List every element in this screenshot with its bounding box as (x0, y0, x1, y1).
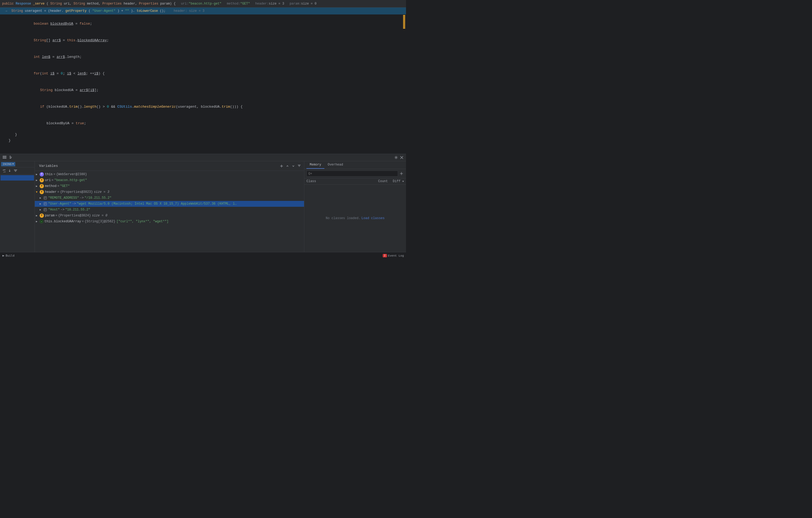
tree-view-button[interactable] (9, 155, 14, 160)
step-filter-button[interactable] (13, 168, 18, 173)
code-line: blockedByUA = true; (0, 115, 406, 132)
overhead-tab[interactable]: Overhead (324, 161, 346, 169)
callstack-item[interactable] (1, 175, 34, 181)
expand-arrow-icon: ▶ (39, 208, 44, 211)
step-controls (0, 167, 34, 174)
expand-arrow-icon: ▶ (36, 173, 39, 176)
variables-header-label: Variables (37, 162, 60, 169)
svg-point-6 (396, 157, 397, 158)
event-log-button[interactable]: 2 Event Log (383, 254, 404, 257)
var-blocked-ua-array[interactable]: ▶ ∞ this.blockedUAArray = {String[3]@256… (35, 219, 304, 224)
current-line-code: String useragent = (header. getProperty … (11, 9, 166, 13)
scrollbar-mark (403, 28, 405, 29)
expand-arrow-icon: ▶ (39, 202, 44, 206)
var-this[interactable]: ▶ f this = {WebServer@2380} (35, 171, 304, 177)
col-count-header: Count (372, 180, 388, 183)
step-over-button[interactable] (1, 168, 6, 173)
list-view-button[interactable] (2, 155, 7, 160)
memory-search-settings-button[interactable] (399, 171, 404, 176)
scrollbar-mark (403, 20, 405, 21)
debug-panel: INING ▼ (0, 154, 406, 252)
col-diff-header: Diff ▼ (388, 180, 404, 183)
variables-toolbar: Variables (35, 161, 304, 171)
memory-tab[interactable]: Memory (307, 161, 324, 169)
code-line: } (0, 132, 406, 138)
memory-tabs: Memory Overhead (304, 161, 406, 169)
add-watch-button[interactable] (279, 163, 284, 169)
debug-left-toolbar: INING ▼ (0, 161, 35, 252)
svg-rect-5 (10, 158, 11, 159)
svg-rect-16 (44, 202, 47, 205)
code-line: if (blockedUA.trim().length() > 0 && CSU… (0, 99, 406, 115)
var-header[interactable]: ▼ f header = {Properties@3023} size = 3 (35, 189, 304, 195)
step-into-button[interactable] (7, 168, 12, 173)
current-line-bar: → String useragent = (header. getPropert… (0, 7, 406, 15)
code-line: String[] arr$ = this.blockedUAArray; (0, 32, 406, 49)
scrollbar-mark (403, 17, 405, 18)
var-param[interactable]: ▶ f param = {Properties@3024} size = 0 (35, 213, 304, 219)
scrollbar-mark (403, 21, 405, 22)
expand-arrow-icon: ▶ (36, 185, 39, 188)
line-var-icon (44, 208, 47, 212)
var-method[interactable]: ▶ f method = "GET" (35, 183, 304, 189)
var-uri[interactable]: ▶ f uri = "beacon.http-get" (35, 177, 304, 183)
scrollbar-mark (403, 27, 405, 28)
scrollbar-track[interactable] (402, 15, 406, 154)
loop-icon: ∞ (39, 220, 44, 223)
memory-panel: Memory Overhead Class Count (304, 161, 406, 252)
var-type-icon: f (39, 184, 44, 188)
line-var-icon (44, 202, 47, 206)
code-line: } (0, 138, 406, 143)
var-host[interactable]: ▶ "Host" -> "10.211.55.2" (35, 207, 304, 213)
var-type-icon: f (39, 172, 44, 176)
debug-info-bar: public Response _serve ( String uri, Str… (0, 0, 406, 7)
memory-empty-state: No classes loaded. Load classes (304, 185, 406, 252)
error-count-badge: 2 (383, 254, 387, 257)
code-line: boolean allowedByUA = true; (0, 149, 406, 154)
var-user-agent[interactable]: ▶ "User-Agent" -> "wget Mozilla/5.0 (Mac… (35, 201, 304, 207)
svg-point-22 (401, 173, 402, 174)
svg-rect-3 (10, 156, 11, 157)
memory-search-input[interactable] (307, 171, 398, 176)
build-button[interactable]: Build (2, 254, 14, 257)
debug-panel-content: INING ▼ (0, 161, 406, 252)
scrollbar-mark (403, 18, 405, 19)
code-content[interactable]: boolean blockedByUA = false; String[] ar… (0, 15, 406, 154)
filter-button[interactable] (296, 163, 302, 169)
scrollbar-mark (403, 15, 405, 16)
up-arrow-button[interactable] (285, 163, 290, 169)
dropdown-arrow-icon: ▼ (12, 163, 13, 166)
variables-panel[interactable]: Variables (35, 161, 304, 252)
editor-area: public Response _serve ( String uri, Str… (0, 0, 406, 154)
debug-panel-header (0, 154, 406, 161)
close-panel-button[interactable] (400, 155, 404, 160)
variable-tree: ▶ f this = {WebServer@2380} ▶ f uri = "b… (35, 171, 304, 225)
col-class-header: Class (307, 180, 372, 183)
code-line (0, 143, 406, 149)
expand-arrow-icon: ▶ (39, 196, 44, 199)
call-stack-list[interactable] (0, 174, 34, 252)
expand-arrow-icon: ▶ (36, 220, 39, 223)
load-classes-link[interactable]: Load classes (361, 216, 385, 220)
var-type-icon: f (39, 178, 44, 183)
scrollbar-mark (403, 19, 405, 20)
debug-tools-row: INING ▼ (0, 161, 34, 167)
var-remote-address[interactable]: ▶ "REMOTE_ADDRESS" -> "/10.211.55.2" (35, 195, 304, 201)
svg-rect-1 (3, 157, 6, 158)
svg-rect-19 (44, 208, 47, 211)
svg-rect-2 (3, 158, 6, 159)
settings-icon-button[interactable] (394, 155, 399, 160)
var-type-icon: f (39, 214, 44, 218)
expand-arrow-icon: ▼ (36, 191, 39, 194)
svg-marker-23 (2, 255, 4, 256)
debug-mode-indicator[interactable]: INING ▼ (1, 162, 15, 166)
variable-toolbar-buttons (279, 163, 302, 169)
code-lines: boolean blockedByUA = false; String[] ar… (0, 15, 406, 154)
expand-arrow-icon: ▶ (36, 179, 39, 182)
down-arrow-button[interactable] (291, 163, 296, 169)
status-bar: Build 2 Event Log (0, 252, 406, 259)
scrollbar-mark (403, 26, 405, 27)
code-line: int len$ = arr$.length; (0, 49, 406, 65)
memory-table-header: Class Count Diff ▼ (304, 179, 406, 185)
code-line: String blockedUA = arr$[i$]; (0, 82, 406, 99)
